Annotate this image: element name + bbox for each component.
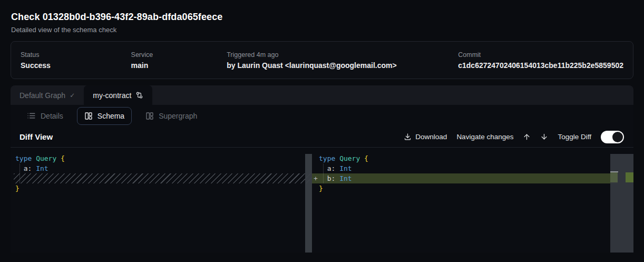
meta-service-label: Service <box>131 51 227 59</box>
code-line[interactable]: a: Int <box>15 163 312 173</box>
page-subtitle: Detailed view of the schema check <box>11 26 633 34</box>
diff-view-header: Diff View Download Navigate changes <box>11 127 633 148</box>
schema-diff-editor: type Query { a: Int} type Query { a: Int… <box>11 148 633 253</box>
panels-icon <box>145 112 154 120</box>
meta-triggered-label: Triggered 4m ago <box>227 51 458 59</box>
navigate-changes-label: Navigate changes <box>456 133 513 141</box>
check-meta-card: Status Success Service main Triggered 4m… <box>11 41 633 79</box>
tab-my-contract-label: my-contract <box>93 91 131 100</box>
line-gutter <box>312 153 319 163</box>
diff-view-title: Diff View <box>19 132 53 141</box>
modified-code: type Query { a: Int+ b: Int } <box>312 148 633 193</box>
line-gutter <box>312 163 319 173</box>
code-line[interactable]: } <box>312 183 633 193</box>
view-tab-bar: Details Schema Supergraph <box>11 105 633 127</box>
toggle-diff-label: Toggle Diff <box>558 133 591 141</box>
code-line[interactable]: } <box>15 183 312 193</box>
tab-default-graph-label: Default Graph <box>19 91 65 100</box>
left-scrollbar[interactable] <box>305 154 312 253</box>
meta-service-value: main <box>131 61 227 70</box>
added-line-plus-sign: + <box>312 173 319 183</box>
diff-controls: Download Navigate changes Toggle Diff <box>404 131 624 143</box>
meta-triggered-value: by Laurin Quast <laurinquast@googlemail.… <box>227 61 458 70</box>
tab-my-contract[interactable]: my-contract <box>84 85 152 105</box>
next-change-button[interactable] <box>540 133 548 141</box>
meta-commit-label: Commit <box>458 51 623 59</box>
toggle-diff-switch[interactable] <box>601 131 624 143</box>
previous-change-button[interactable] <box>523 133 531 141</box>
code-line[interactable]: type Query { <box>15 153 312 163</box>
meta-status-value: Success <box>21 61 131 70</box>
panels-icon <box>84 112 93 120</box>
graph-tab-strip: Default Graph ✓ my-contract <box>11 85 633 105</box>
arrow-down-icon <box>540 133 548 141</box>
diff-pane-modified[interactable]: type Query { a: Int+ b: Int } <box>312 148 633 253</box>
tab-supergraph-label: Supergraph <box>159 112 197 120</box>
schema-check-page: Check 01328b0d-b396-43f2-89ab-dfda065fee… <box>0 0 644 262</box>
code-line[interactable]: a: Int <box>312 163 633 173</box>
right-scrollbar[interactable] <box>610 154 633 253</box>
diff-overview-mark <box>626 172 633 182</box>
tab-schema-label: Schema <box>97 112 124 120</box>
code-line[interactable]: type Query { <box>312 153 633 163</box>
page-header: Check 01328b0d-b396-43f2-89ab-dfda065fee… <box>0 0 644 34</box>
tab-default-graph[interactable]: Default Graph ✓ <box>11 85 84 105</box>
download-icon <box>404 133 412 141</box>
original-code: type Query { a: Int} <box>11 148 312 193</box>
meta-triggered: Triggered 4m ago by Laurin Quast <laurin… <box>227 51 458 70</box>
diff-pane-original[interactable]: type Query { a: Int} <box>11 148 312 253</box>
meta-status-label: Status <box>21 51 131 59</box>
toggle-knob <box>612 132 623 142</box>
check-icon: ✓ <box>70 92 75 99</box>
meta-commit: Commit c1dc62724702406154013cbe11b225b2e… <box>458 51 623 70</box>
arrow-up-icon <box>523 133 531 141</box>
check-detail-card: Default Graph ✓ my-contract Details <box>11 85 633 253</box>
list-icon <box>27 111 36 120</box>
tab-details[interactable]: Details <box>19 106 71 125</box>
line-gutter <box>312 183 319 193</box>
tab-details-label: Details <box>41 112 63 120</box>
contract-icon <box>135 91 143 99</box>
download-label: Download <box>415 133 447 141</box>
meta-commit-value: c1dc62724702406154013cbe11b225b2e5859502 <box>458 61 623 70</box>
download-button[interactable]: Download <box>404 133 447 141</box>
page-title: Check 01328b0d-b396-43f2-89ab-dfda065fee… <box>11 12 633 23</box>
diff-placeholder-line[interactable] <box>14 173 312 183</box>
tab-schema[interactable]: Schema <box>77 107 132 125</box>
meta-service: Service main <box>131 51 227 70</box>
tab-supergraph[interactable]: Supergraph <box>138 107 204 125</box>
meta-status: Status Success <box>21 51 131 70</box>
added-line-scroll-mark <box>610 172 618 182</box>
added-code-line[interactable]: + b: Int <box>312 173 618 183</box>
